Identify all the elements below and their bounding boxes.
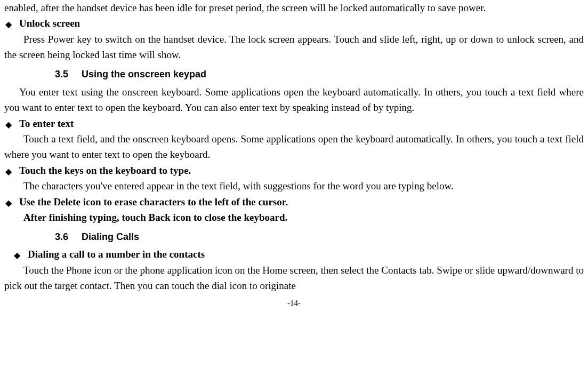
paragraph-unlock: Press Power key to switch on the handset… (4, 31, 584, 63)
document-page: enabled, after the handset device has be… (4, 0, 584, 309)
paragraph-touch-keys: The characters you've entered appear in … (4, 178, 584, 194)
bullet-label: To enter text (19, 116, 74, 131)
diamond-bullet-icon: ◆ (5, 20, 12, 29)
bullet-to-enter-text: ◆ To enter text (4, 116, 584, 131)
paragraph-after-finishing: After finishing typing, touch Back icon … (4, 210, 584, 225)
bullet-touch-keys: ◆ Touch the keys on the keyboard to type… (4, 163, 584, 178)
bullet-label: Unlock screen (19, 15, 80, 31)
diamond-bullet-icon: ◆ (14, 251, 20, 260)
section-heading-3-5: 3.5 Using the onscreen keypad (4, 67, 584, 82)
bullet-label: Use the Delete icon to erase characters … (19, 194, 288, 210)
paragraph-onscreen-keypad: You enter text using the onscreen keyboa… (4, 84, 584, 116)
bullet-delete-icon: ◆ Use the Delete icon to erase character… (4, 194, 584, 210)
section-heading-3-6: 3.6 Dialing Calls (4, 230, 584, 245)
diamond-bullet-icon: ◆ (5, 199, 12, 207)
bullet-dialing-call: ◆ Dialing a call to a number in the cont… (4, 246, 584, 262)
bullet-unlock-screen: ◆ Unlock screen (4, 15, 584, 31)
bullet-label: Touch the keys on the keyboard to type. (19, 163, 191, 178)
paragraph-intro: enabled, after the handset device has be… (4, 0, 584, 15)
diamond-bullet-icon: ◆ (5, 121, 12, 129)
heading-title: Using the onscreen keypad (82, 69, 206, 79)
paragraph-enter-text: Touch a text field, and the onscreen key… (4, 131, 584, 163)
heading-title: Dialing Calls (82, 231, 139, 242)
paragraph-dialing: Touch the Phone icon or the phone applic… (4, 262, 584, 294)
bullet-label: Dialing a call to a number in the contac… (28, 246, 205, 262)
page-number: -14- (4, 297, 584, 309)
heading-number: 3.6 (55, 230, 79, 245)
heading-number: 3.5 (55, 67, 79, 82)
diamond-bullet-icon: ◆ (5, 167, 12, 176)
